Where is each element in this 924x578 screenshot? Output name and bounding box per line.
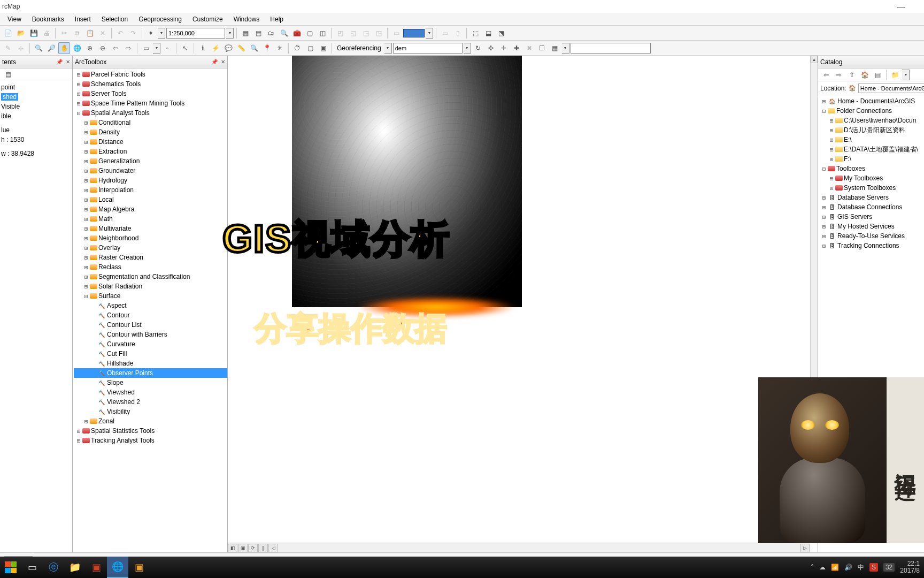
arctoolbox-tree[interactable]: ⊞Parcel Fabric Tools⊞Schematics Tools⊞Se…	[73, 69, 227, 552]
tray-chevron-up-icon[interactable]: ˄	[811, 564, 814, 571]
menu-insert[interactable]: Insert	[70, 14, 96, 25]
tree-node[interactable]: ⊞Multivariate	[74, 224, 227, 233]
tray-network-icon[interactable]: 📶	[831, 564, 839, 571]
refresh-view-icon[interactable]: ⟳	[248, 544, 258, 552]
toc-layer-point[interactable]: point	[1, 82, 71, 92]
tree-node[interactable]: ⊞Home - Documents\ArcGIS	[819, 96, 923, 106]
create-viewer-icon[interactable]: ▢	[304, 42, 316, 54]
menu-customize[interactable]: Customize	[187, 14, 228, 25]
connect-folder-icon[interactable]: 📁	[889, 69, 901, 81]
tree-node[interactable]: ⊞Map Algebra	[74, 204, 227, 214]
georef-menu-dropdown[interactable]: ▾	[384, 43, 392, 54]
data-view-tab[interactable]: ◧	[228, 544, 237, 552]
save-icon[interactable]: 💾	[28, 27, 40, 39]
time-slider-icon[interactable]: ⏱	[291, 42, 303, 54]
find-icon[interactable]: 🔍	[248, 42, 260, 54]
tree-node[interactable]: ⊞Spatial Statistics Tools	[74, 426, 227, 436]
tray-sogou-icon[interactable]: S	[869, 563, 878, 572]
tree-node[interactable]: Viewshed 2	[74, 397, 227, 407]
go-to-xy-icon[interactable]: ✳	[274, 42, 286, 54]
paste-icon[interactable]: 📋	[84, 27, 96, 39]
tree-node[interactable]: ⊟Toolboxes	[819, 164, 923, 173]
georef-shift-icon[interactable]: ✣	[485, 42, 497, 54]
tb-a-icon[interactable]: ◰	[334, 27, 346, 39]
georef-layer-input[interactable]	[393, 43, 463, 54]
menu-selection[interactable]: Selection	[96, 14, 133, 25]
tree-node[interactable]: ⊞Tracking Connections	[819, 241, 923, 250]
tree-node[interactable]: ⊞Schematics Tools	[74, 79, 227, 89]
tray-cloud-icon[interactable]: ☁	[819, 564, 826, 571]
menu-view[interactable]: View	[2, 14, 27, 25]
home-icon[interactable]: 🏠	[859, 69, 871, 81]
tree-node[interactable]: Visibility	[74, 407, 227, 416]
html-popup-icon[interactable]: 💬	[222, 42, 234, 54]
modelbuilder-icon[interactable]: ◫	[317, 27, 328, 39]
ie-icon[interactable]: ⓔ	[43, 557, 64, 578]
tree-node[interactable]: ⊞Local	[74, 195, 227, 204]
tree-node[interactable]: ⊞Raster Creation	[74, 253, 227, 262]
menu-geoprocessing[interactable]: Geoprocessing	[133, 14, 187, 25]
tray-clock[interactable]: 22:12017/8	[900, 560, 920, 574]
tb-i-icon[interactable]: ⬓	[482, 27, 494, 39]
fill-color-dropdown[interactable]: ▾	[426, 28, 433, 39]
tray-badge[interactable]: 32	[883, 563, 895, 572]
edit-tool-icon[interactable]: ✎	[2, 42, 14, 54]
toc-ible[interactable]: ible	[1, 111, 71, 121]
georef-add-point-icon[interactable]: ✚	[511, 42, 522, 54]
catalog-window-icon[interactable]: 🗂	[265, 27, 277, 39]
find-route-icon[interactable]: 📍	[261, 42, 273, 54]
tree-node[interactable]: ⊞Parcel Fabric Tools	[74, 70, 227, 79]
tree-node[interactable]: ⊞Groundwater	[74, 166, 227, 176]
tree-node[interactable]: Cut Fill	[74, 349, 227, 359]
tree-node[interactable]: ⊞Zonal	[74, 416, 227, 426]
tree-node[interactable]: ⊞System Toolboxes	[819, 183, 923, 193]
add-data-icon[interactable]: ✦	[145, 27, 157, 39]
tb-f-icon[interactable]: ▭	[439, 27, 451, 39]
tree-node[interactable]: Observer Points	[74, 368, 227, 378]
map-scale-input[interactable]	[166, 28, 225, 39]
toc-layer-shed[interactable]: shed	[1, 92, 71, 102]
zoom-out-icon[interactable]: 🔎	[45, 42, 57, 54]
scroll-right-icon[interactable]: ▷	[800, 544, 810, 552]
tree-node[interactable]: ⊟Surface	[74, 291, 227, 301]
select-features-icon[interactable]: ▭	[140, 42, 152, 54]
taskbar[interactable]: ▭ ⓔ 📁 ▣ 🌐 ▣ ˄ ☁ 📶 🔊 中 S 32 22:12017/8	[0, 557, 924, 578]
tree-node[interactable]: Contour	[74, 310, 227, 320]
hyperlink-icon[interactable]: ⚡	[210, 42, 221, 54]
tree-node[interactable]: Contour with Barriers	[74, 330, 227, 339]
cut-icon[interactable]: ✂	[58, 27, 70, 39]
toc-icon[interactable]: ▤	[252, 27, 264, 39]
app-icon[interactable]: ▣	[128, 557, 150, 578]
pin-icon[interactable]: 📌	[56, 59, 63, 65]
tray-ime-icon[interactable]: 中	[858, 563, 864, 572]
search-window-icon[interactable]: 🔍	[278, 27, 290, 39]
open-icon[interactable]: 📂	[15, 27, 27, 39]
georef-link-table-icon[interactable]: ▦	[549, 42, 561, 54]
tree-node[interactable]: ⊞D:\活儿\贵阳新区资料	[819, 125, 923, 135]
toggle-icon[interactable]: ▤	[872, 69, 883, 81]
forward-icon[interactable]: ⇨	[833, 69, 845, 81]
tree-node[interactable]: Viewshed	[74, 387, 227, 397]
menu-windows[interactable]: Windows	[228, 14, 265, 25]
next-extent-icon[interactable]: ⇨	[122, 42, 134, 54]
tree-node[interactable]: ⊞Hydrology	[74, 176, 227, 185]
tb-e-icon[interactable]: ▭	[390, 27, 402, 39]
list-by-drawing-icon[interactable]: ▤	[2, 69, 14, 80]
zoom-in-icon[interactable]: 🔍	[33, 42, 44, 54]
fill-color-swatch[interactable]	[403, 29, 425, 37]
tree-node[interactable]: ⊞E:\	[819, 135, 923, 144]
arcmap-task-icon[interactable]: 🌐	[107, 557, 128, 578]
add-data-dropdown[interactable]: ▾	[158, 28, 165, 39]
options-dropdown[interactable]: ▾	[902, 70, 910, 80]
tree-node[interactable]: ⊞GIS Servers	[819, 212, 923, 222]
scroll-left-icon[interactable]: ◁	[268, 544, 278, 552]
up-icon[interactable]: ⇧	[846, 69, 858, 81]
pan-icon[interactable]: ✋	[58, 42, 70, 54]
tree-node[interactable]: ⊞Server Tools	[74, 89, 227, 98]
tree-node[interactable]: ⊞Ready-To-Use Services	[819, 231, 923, 241]
back-icon[interactable]: ⇦	[820, 69, 832, 81]
tree-node[interactable]: ⊞My Toolboxes	[819, 173, 923, 183]
layout-view-tab[interactable]: ▣	[238, 544, 248, 552]
tree-node[interactable]: Curvature	[74, 339, 227, 349]
clear-selection-icon[interactable]: ▫	[161, 42, 173, 54]
